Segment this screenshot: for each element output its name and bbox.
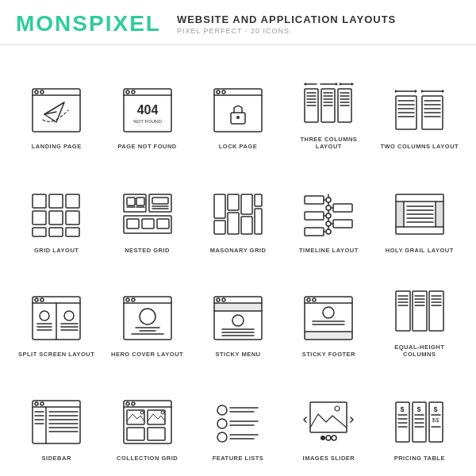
icon-label-split-screen: SPLIT SCREEN LAYOUT [18,351,94,359]
svg-point-2 [35,90,38,94]
svg-rect-66 [66,211,79,225]
header-subtitle: PIXEL PERFECT · 20 ICONS [177,27,396,35]
icon-label-nested-grid: NESTED GRID [125,247,170,255]
header: MONSPIXEL WEBSITE AND APPLICATION LAYOUT… [0,0,476,45]
icon-item-holy-grail: HOLY GRAIL LAYOUT [376,157,463,258]
svg-point-122 [40,298,44,301]
icon-label-holy-grail: HOLY GRAIL LAYOUT [386,247,454,255]
svg-marker-47 [421,90,424,93]
svg-rect-169 [429,291,443,331]
svg-rect-87 [228,213,239,234]
icon-label-masonary-grid: MASONARY GRID [210,247,267,255]
svg-marker-23 [340,83,342,86]
icon-item-three-columns: THREE COLUMNS LAYOUT [285,53,372,154]
svg-text:404: 404 [136,103,158,117]
icon-label-grid-layout: GRID LAYOUT [34,247,79,255]
svg-rect-76 [152,198,168,204]
svg-rect-94 [305,212,324,220]
icon-item-masonary-grid: MASONARY GRID [194,157,282,258]
icon-label-equal-height: EQUAL-HEIGHT COLUMNS [379,344,460,359]
icon-item-grid-layout: GRID LAYOUT [13,157,100,258]
icon-item-sticky-menu: STICKY MENU [194,261,282,362]
svg-rect-84 [228,194,239,210]
svg-rect-100 [333,220,352,228]
svg-rect-67 [33,228,46,236]
svg-rect-65 [49,211,63,225]
header-title: WEBSITE AND APPLICATION LAYOUTS [177,13,396,25]
svg-rect-198 [148,428,165,440]
icon-item-landing-page: LANDING PAGE [13,53,100,154]
svg-rect-197 [127,428,144,440]
icon-item-collection-grid: COLLECTION GRID [103,365,190,466]
svg-rect-88 [241,217,252,234]
svg-marker-44 [395,90,397,93]
icon-item-hero-cover: HERO COVER LAYOUT [103,261,190,362]
svg-rect-92 [305,196,324,204]
svg-point-209 [335,406,340,411]
icon-label-sticky-footer: STICKY FOOTER [302,351,355,359]
icon-item-images-slider: IMAGES SLIDER [285,365,372,466]
svg-point-191 [126,402,129,405]
svg-marker-48 [442,90,444,93]
icon-label-sidebar: SIDEBAR [42,455,71,463]
icon-item-equal-height: EQUAL-HEIGHT COLUMNS [376,261,463,362]
svg-rect-63 [66,194,79,208]
svg-point-154 [323,307,334,318]
svg-text:$$: $$ [432,416,439,424]
svg-point-128 [64,311,74,321]
svg-text:$: $ [433,405,437,413]
svg-rect-159 [396,291,410,331]
svg-rect-208 [310,402,347,432]
icon-label-collection-grid: COLLECTION GRID [117,455,178,463]
svg-rect-80 [127,219,139,228]
svg-text:$: $ [400,405,404,413]
svg-point-135 [132,298,135,301]
svg-rect-85 [241,194,252,214]
icon-item-sidebar: SIDEBAR [13,365,100,466]
svg-marker-24 [351,83,354,86]
icon-label-two-columns: TWO COLUMNS LAYOUT [380,143,459,151]
svg-point-142 [217,298,220,301]
svg-rect-90 [214,221,225,234]
svg-point-202 [217,419,227,428]
icon-label-timeline-layout: TIMELINE LAYOUT [299,247,359,255]
icon-label-sticky-menu: STICKY MENU [215,351,260,359]
svg-point-143 [222,298,225,301]
icons-grid: LANDING PAGE 404 NOT FOUND PAGE NOT FOUN… [0,45,476,474]
svg-marker-21 [336,83,338,86]
svg-point-15 [222,90,225,94]
svg-rect-164 [413,291,427,331]
svg-point-212 [332,436,336,440]
svg-rect-144 [214,303,262,311]
svg-point-199 [217,405,227,415]
svg-rect-64 [33,211,46,225]
svg-point-152 [307,298,310,301]
svg-point-124 [40,311,49,321]
svg-point-9 [132,90,135,94]
icon-label-pricing-table: PRICING TABLE [394,455,445,463]
icon-item-nested-grid: NESTED GRID [103,157,190,258]
svg-text:NOT FOUND: NOT FOUND [133,119,162,124]
svg-text:$: $ [416,405,420,413]
svg-point-134 [126,298,129,301]
svg-rect-157 [305,332,352,340]
svg-point-205 [217,432,227,442]
svg-point-194 [140,411,144,414]
svg-rect-83 [214,194,225,218]
svg-point-106 [326,229,331,234]
icon-item-split-screen: SPLIT SCREEN LAYOUT [13,261,100,362]
svg-marker-45 [415,90,417,93]
svg-rect-89 [255,209,262,234]
svg-point-103 [326,205,331,210]
icon-item-pricing-table: $ $ $ $$ PRICING TABLE [376,365,463,466]
icon-item-two-columns: TWO COLUMNS LAYOUT [376,53,463,154]
icon-label-hero-cover: HERO COVER LAYOUT [111,351,183,359]
svg-rect-86 [255,194,262,206]
icon-label-feature-lists: FEATURE LISTS [213,455,264,463]
svg-point-146 [232,315,244,326]
svg-rect-62 [49,194,63,208]
icon-label-landing-page: LANDING PAGE [32,143,82,151]
svg-marker-19 [304,83,306,86]
svg-point-177 [40,402,44,405]
svg-rect-61 [33,194,46,208]
